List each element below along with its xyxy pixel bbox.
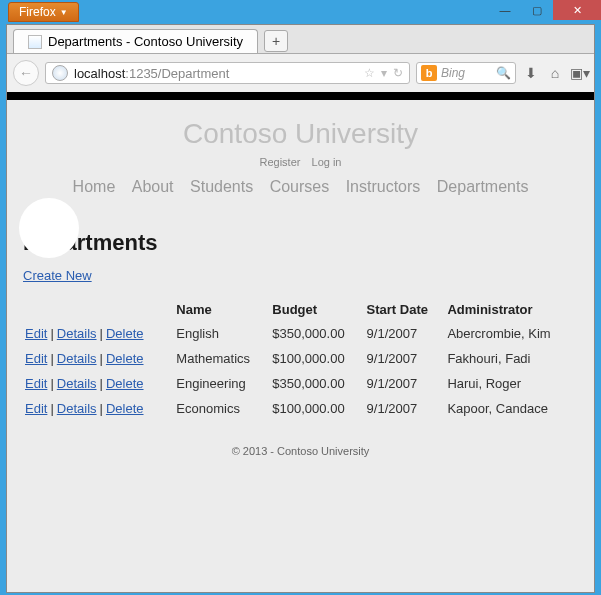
table-row: Edit|Details|DeleteEnglish$350,000.009/1… — [23, 321, 578, 346]
cell-budget: $100,000.00 — [270, 396, 364, 421]
details-link[interactable]: Details — [57, 376, 97, 391]
edit-link[interactable]: Edit — [25, 401, 47, 416]
page-content: Contoso University Register Log in Home … — [7, 92, 594, 592]
cell-name: Engineering — [174, 371, 270, 396]
page-heading: Departments — [23, 230, 578, 256]
cell-start: 9/1/2007 — [365, 396, 446, 421]
bookmarks-button[interactable]: ▣▾ — [570, 65, 588, 81]
address-bar[interactable]: localhost:1235/Department ☆ ▾ ↻ — [45, 62, 410, 84]
cell-budget: $100,000.00 — [270, 346, 364, 371]
register-link[interactable]: Register — [259, 156, 300, 168]
firefox-label: Firefox — [19, 5, 56, 19]
tab-title: Departments - Contoso University — [48, 34, 243, 49]
cell-admin: Kapoor, Candace — [445, 396, 578, 421]
cell-admin: Fakhouri, Fadi — [445, 346, 578, 371]
col-admin: Administrator — [445, 298, 578, 321]
dropdown-icon[interactable]: ▾ — [381, 66, 387, 80]
details-link[interactable]: Details — [57, 326, 97, 341]
footer: © 2013 - Contoso University — [23, 445, 578, 457]
departments-table: Name Budget Start Date Administrator Edi… — [23, 298, 578, 421]
details-link[interactable]: Details — [57, 401, 97, 416]
cell-admin: Abercrombie, Kim — [445, 321, 578, 346]
bing-icon: b — [421, 65, 437, 81]
nav-about[interactable]: About — [132, 178, 174, 195]
table-row: Edit|Details|DeleteMathematics$100,000.0… — [23, 346, 578, 371]
cell-start: 9/1/2007 — [365, 346, 446, 371]
site-title[interactable]: Contoso University — [7, 118, 594, 150]
window-titlebar: — ▢ ✕ — [0, 0, 601, 24]
search-icon[interactable]: 🔍 — [496, 66, 511, 80]
firefox-menu-button[interactable]: Firefox ▼ — [8, 2, 79, 22]
col-budget: Budget — [270, 298, 364, 321]
col-start: Start Date — [365, 298, 446, 321]
details-link[interactable]: Details — [57, 351, 97, 366]
cell-budget: $350,000.00 — [270, 371, 364, 396]
cell-name: Economics — [174, 396, 270, 421]
toolbar: ← localhost:1235/Department ☆ ▾ ↻ b Bing… — [7, 54, 594, 92]
home-button[interactable]: ⌂ — [546, 65, 564, 81]
delete-link[interactable]: Delete — [106, 326, 144, 341]
avatar-circle — [19, 198, 79, 258]
delete-link[interactable]: Delete — [106, 376, 144, 391]
edit-link[interactable]: Edit — [25, 351, 47, 366]
cell-start: 9/1/2007 — [365, 371, 446, 396]
edit-link[interactable]: Edit — [25, 326, 47, 341]
top-bar — [7, 92, 594, 100]
url-host: localhost — [74, 66, 125, 81]
chevron-down-icon: ▼ — [60, 8, 68, 17]
nav-instructors[interactable]: Instructors — [346, 178, 421, 195]
browser-tab[interactable]: Departments - Contoso University — [13, 29, 258, 53]
col-name: Name — [174, 298, 270, 321]
nav-departments[interactable]: Departments — [437, 178, 529, 195]
url-path: :1235/Department — [125, 66, 229, 81]
delete-link[interactable]: Delete — [106, 351, 144, 366]
table-row: Edit|Details|DeleteEngineering$350,000.0… — [23, 371, 578, 396]
nav-courses[interactable]: Courses — [270, 178, 330, 195]
login-link[interactable]: Log in — [312, 156, 342, 168]
tab-strip: Departments - Contoso University + — [7, 25, 594, 54]
cell-name: English — [174, 321, 270, 346]
edit-link[interactable]: Edit — [25, 376, 47, 391]
back-button[interactable]: ← — [13, 60, 39, 86]
auth-links: Register Log in — [7, 156, 594, 168]
table-row: Edit|Details|DeleteEconomics$100,000.009… — [23, 396, 578, 421]
cell-name: Mathematics — [174, 346, 270, 371]
search-box[interactable]: b Bing 🔍 — [416, 62, 516, 84]
search-placeholder: Bing — [441, 66, 465, 80]
delete-link[interactable]: Delete — [106, 401, 144, 416]
maximize-button[interactable]: ▢ — [521, 0, 553, 20]
reload-icon[interactable]: ↻ — [393, 66, 403, 80]
cell-start: 9/1/2007 — [365, 321, 446, 346]
page-icon — [28, 35, 42, 49]
col-actions — [23, 298, 174, 321]
cell-budget: $350,000.00 — [270, 321, 364, 346]
nav-home[interactable]: Home — [73, 178, 116, 195]
bookmark-star-icon[interactable]: ☆ — [364, 66, 375, 80]
globe-icon — [52, 65, 68, 81]
close-button[interactable]: ✕ — [553, 0, 601, 20]
minimize-button[interactable]: — — [489, 0, 521, 20]
main-nav: Home About Students Courses Instructors … — [7, 178, 594, 196]
nav-students[interactable]: Students — [190, 178, 253, 195]
new-tab-button[interactable]: + — [264, 30, 288, 52]
create-new-link[interactable]: Create New — [23, 268, 92, 283]
downloads-button[interactable]: ⬇ — [522, 65, 540, 81]
cell-admin: Harui, Roger — [445, 371, 578, 396]
